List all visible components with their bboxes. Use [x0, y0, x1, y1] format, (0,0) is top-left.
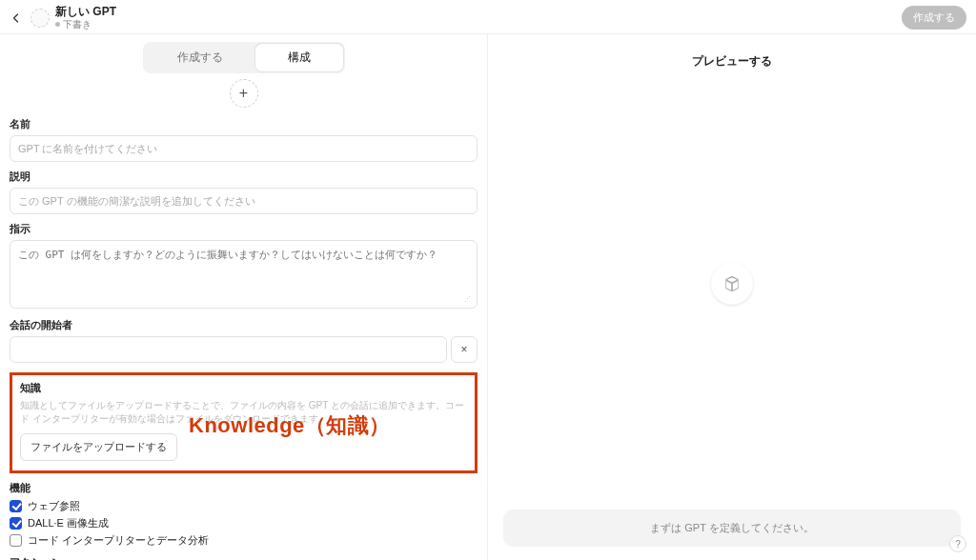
capabilities-list: ウェブ参照 DALL·E 画像生成 コード インタープリターとデータ分析	[10, 499, 478, 548]
configure-form: 名前 説明 指示 ⋰ 会話の開始者 × 知識 知識としてファイルをアップロードす…	[0, 117, 487, 560]
preview-placeholder-circle	[711, 263, 753, 305]
tab-configure[interactable]: 構成	[255, 44, 343, 71]
description-label: 説明	[10, 170, 478, 184]
instructions-input[interactable]	[10, 240, 478, 309]
instructions-wrap: ⋰	[10, 240, 478, 310]
draft-dot-icon	[55, 22, 60, 27]
help-button[interactable]: ?	[949, 535, 966, 552]
conversation-starter-input[interactable]	[10, 336, 447, 363]
add-avatar-button[interactable]: +	[230, 79, 258, 108]
tabs: 作成する 構成	[0, 34, 487, 73]
chevron-left-icon	[10, 12, 22, 24]
name-label: 名前	[10, 117, 478, 131]
avatar-row: +	[0, 73, 487, 110]
capability-label: DALL·E 画像生成	[28, 516, 109, 530]
left-pane: 作成する 構成 + 名前 説明 指示 ⋰ 会話の開始者 ×	[0, 34, 488, 560]
preview-message-box[interactable]: まずは GPT を定義してください。	[503, 510, 961, 547]
title-block: 新しい GPT 下書き	[55, 6, 116, 29]
checkbox-checked-icon	[10, 517, 22, 530]
cube-icon	[722, 274, 742, 293]
capability-label: ウェブ参照	[28, 499, 80, 513]
remove-starter-button[interactable]: ×	[451, 336, 478, 363]
top-bar-left: 新しい GPT 下書き	[8, 6, 116, 29]
preview-title: プレビューする	[692, 53, 772, 70]
preview-pane: プレビューする まずは GPT を定義してください。 ?	[488, 34, 976, 560]
capability-label: コード インタープリターとデータ分析	[28, 533, 209, 548]
knowledge-label: 知識	[20, 381, 467, 395]
close-icon: ×	[460, 343, 467, 356]
tabs-track: 作成する 構成	[143, 42, 345, 73]
actions-label: アクション	[10, 555, 478, 560]
capability-code-interpreter[interactable]: コード インタープリターとデータ分析	[10, 533, 478, 548]
upload-files-button[interactable]: ファイルをアップロードする	[20, 433, 177, 461]
preview-center	[711, 70, 753, 498]
gpt-avatar-placeholder	[30, 9, 50, 28]
capability-web-browsing[interactable]: ウェブ参照	[10, 499, 478, 513]
conversation-starter-row: ×	[10, 336, 478, 363]
tab-create[interactable]: 作成する	[145, 44, 255, 71]
plus-icon: +	[239, 85, 248, 102]
instructions-label: 指示	[10, 222, 478, 236]
capability-dalle[interactable]: DALL·E 画像生成	[10, 516, 478, 530]
page-title: 新しい GPT	[55, 6, 116, 18]
checkbox-unchecked-icon	[10, 534, 22, 547]
top-bar: 新しい GPT 下書き 作成する	[0, 0, 976, 34]
conversation-starters-label: 会話の開始者	[10, 318, 478, 332]
knowledge-section: 知識 知識としてファイルをアップロードすることで、ファイルの内容を GPT との…	[10, 372, 478, 473]
page-subtitle: 下書き	[55, 19, 116, 30]
name-input[interactable]	[10, 135, 478, 162]
checkbox-checked-icon	[10, 500, 22, 512]
back-button[interactable]	[8, 10, 25, 27]
create-button[interactable]: 作成する	[902, 6, 966, 30]
description-input[interactable]	[10, 188, 478, 214]
split-panes: 作成する 構成 + 名前 説明 指示 ⋰ 会話の開始者 ×	[0, 34, 976, 560]
preview-footer: まずは GPT を定義してください。	[488, 498, 976, 560]
knowledge-annotation: Knowledge（知識）	[189, 411, 391, 440]
capabilities-label: 機能	[10, 481, 478, 495]
